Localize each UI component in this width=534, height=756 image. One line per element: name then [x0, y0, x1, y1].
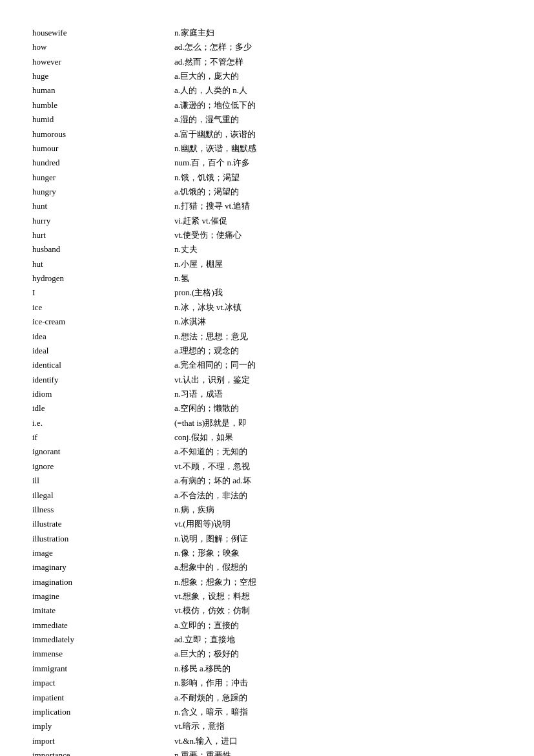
table-row: immediatea.立即的；直接的	[32, 618, 502, 633]
entry-definition: (=that is)那就是，即	[174, 416, 502, 430]
entry-definition: conj.假如，如果	[174, 430, 502, 445]
entry-definition: a.不知道的；无知的	[174, 445, 502, 459]
table-row: illustrationn.说明，图解；例证	[32, 532, 502, 546]
entry-definition: n.像；形象；映象	[174, 546, 502, 560]
table-row: hundrednum.百，百个 n.许多	[32, 156, 502, 170]
table-row: illegala.不合法的，非法的	[32, 488, 502, 503]
table-row: humida.湿的，湿气重的	[32, 112, 502, 127]
table-row: ignorevt.不顾，不理，忽视	[32, 459, 502, 474]
entry-definition: num.百，百个 n.许多	[174, 156, 502, 170]
entry-word: idiom	[32, 387, 174, 401]
entry-definition: a.富于幽默的，诙谐的	[174, 127, 502, 142]
entry-definition: a.巨大的；极好的	[174, 647, 502, 661]
table-row: illa.有病的；坏的 ad.坏	[32, 474, 502, 488]
entry-word: immediate	[32, 618, 174, 633]
entry-definition: vt.想象，设想；料想	[174, 589, 502, 604]
table-row: immensea.巨大的；极好的	[32, 647, 502, 661]
table-row: hungrya.饥饿的；渴望的	[32, 185, 502, 199]
table-row: implicationn.含义，暗示，暗指	[32, 705, 502, 719]
entry-definition: a.巨大的，庞大的	[174, 69, 502, 83]
entry-definition: a.立即的；直接的	[174, 618, 502, 633]
table-row: hurtvt.使受伤；使痛心	[32, 228, 502, 242]
entry-word: impact	[32, 676, 174, 690]
entry-word: hungry	[32, 185, 174, 199]
entry-word: I	[32, 286, 174, 300]
table-row: immigrantn.移民 a.移民的	[32, 662, 502, 676]
entry-definition: n.病，疾病	[174, 503, 502, 517]
entry-word: ice-cream	[32, 315, 174, 329]
entry-word: illustration	[32, 532, 174, 546]
entry-definition: n.习语，成语	[174, 387, 502, 401]
entry-word: imagination	[32, 575, 174, 589]
entry-definition: a.湿的，湿气重的	[174, 112, 502, 127]
table-row: importancen.重要；重要性	[32, 748, 502, 756]
entry-definition: n.想法；思想；意见	[174, 330, 502, 344]
table-row: impatienta.不耐烦的，急躁的	[32, 691, 502, 705]
entry-word: hydrogen	[32, 271, 174, 286]
entry-definition: a.人的，人类的 n.人	[174, 83, 502, 98]
entry-word: illustrate	[32, 517, 174, 531]
entry-definition: a.不耐烦的，急躁的	[174, 691, 502, 705]
entry-word: idea	[32, 330, 174, 344]
entry-word: hurt	[32, 228, 174, 242]
table-row: implyvt.暗示，意指	[32, 719, 502, 733]
table-row: idean.想法；思想；意见	[32, 330, 502, 344]
entry-definition: n.家庭主妇	[174, 26, 502, 40]
entry-definition: a.不合法的，非法的	[174, 488, 502, 503]
table-row: humblea.谦逊的；地位低下的	[32, 98, 502, 112]
entry-word: human	[32, 83, 174, 98]
entry-word: idle	[32, 401, 174, 415]
entry-definition: n.影响，作用；冲击	[174, 676, 502, 690]
entry-word: hut	[32, 257, 174, 271]
entry-word: hunt	[32, 199, 174, 213]
entry-word: importance	[32, 748, 174, 756]
entry-word: imagine	[32, 589, 174, 604]
table-row: impactn.影响，作用；冲击	[32, 676, 502, 690]
table-row: howad.怎么；怎样；多少	[32, 40, 502, 54]
entry-definition: a.有病的；坏的 ad.坏	[174, 474, 502, 488]
entry-definition: n.冰淇淋	[174, 315, 502, 329]
entry-word: ignorant	[32, 445, 174, 459]
entry-word: identical	[32, 358, 174, 372]
entry-definition: vt.模仿，仿效；仿制	[174, 604, 502, 618]
entry-definition: vt.&n.输入，进口	[174, 734, 502, 748]
table-row: hurryvi.赶紧 vt.催促	[32, 214, 502, 228]
entry-word: hurry	[32, 214, 174, 228]
entry-definition: vt.不顾，不理，忽视	[174, 459, 502, 474]
entry-word: humid	[32, 112, 174, 127]
table-row: hugea.巨大的，庞大的	[32, 69, 502, 83]
table-row: i.e.(=that is)那就是，即	[32, 416, 502, 430]
entry-definition: a.想象中的，假想的	[174, 560, 502, 574]
table-row: hutn.小屋，棚屋	[32, 257, 502, 271]
entry-definition: ad.立即；直接地	[174, 633, 502, 647]
table-row: idiomn.习语，成语	[32, 387, 502, 401]
table-row: imaginarya.想象中的，假想的	[32, 560, 502, 574]
entry-word: illness	[32, 503, 174, 517]
entry-definition: ad.然而；不管怎样	[174, 55, 502, 69]
entry-definition: vi.赶紧 vt.催促	[174, 214, 502, 228]
table-row: idlea.空闲的；懒散的	[32, 401, 502, 415]
entry-definition: a.饥饿的；渴望的	[174, 185, 502, 199]
entry-word: immense	[32, 647, 174, 661]
entry-word: i.e.	[32, 416, 174, 430]
table-row: identifyvt.认出，识别，鉴定	[32, 373, 502, 387]
table-row: humorousa.富于幽默的，诙谐的	[32, 127, 502, 142]
entry-word: humour	[32, 142, 174, 156]
entry-definition: n.氢	[174, 271, 502, 286]
entry-definition: a.理想的；观念的	[174, 344, 502, 358]
table-row: humana.人的，人类的 n.人	[32, 83, 502, 98]
dictionary-table: housewifen.家庭主妇howad.怎么；怎样；多少howeverad.然…	[32, 26, 502, 756]
table-row: icen.冰，冰块 vt.冰镇	[32, 300, 502, 315]
table-row: hungern.饿，饥饿；渴望	[32, 171, 502, 185]
entry-word: ice	[32, 300, 174, 315]
entry-word: ideal	[32, 344, 174, 358]
entry-word: ignore	[32, 459, 174, 474]
entry-definition: n.打猎；搜寻 vt.追猎	[174, 199, 502, 213]
table-row: hydrogenn.氢	[32, 271, 502, 286]
table-row: immediatelyad.立即；直接地	[32, 633, 502, 647]
entry-definition: n.小屋，棚屋	[174, 257, 502, 271]
table-row: husbandn.丈夫	[32, 242, 502, 257]
table-row: imaginevt.想象，设想；料想	[32, 589, 502, 604]
entry-word: housewife	[32, 26, 174, 40]
entry-definition: n.移民 a.移民的	[174, 662, 502, 676]
